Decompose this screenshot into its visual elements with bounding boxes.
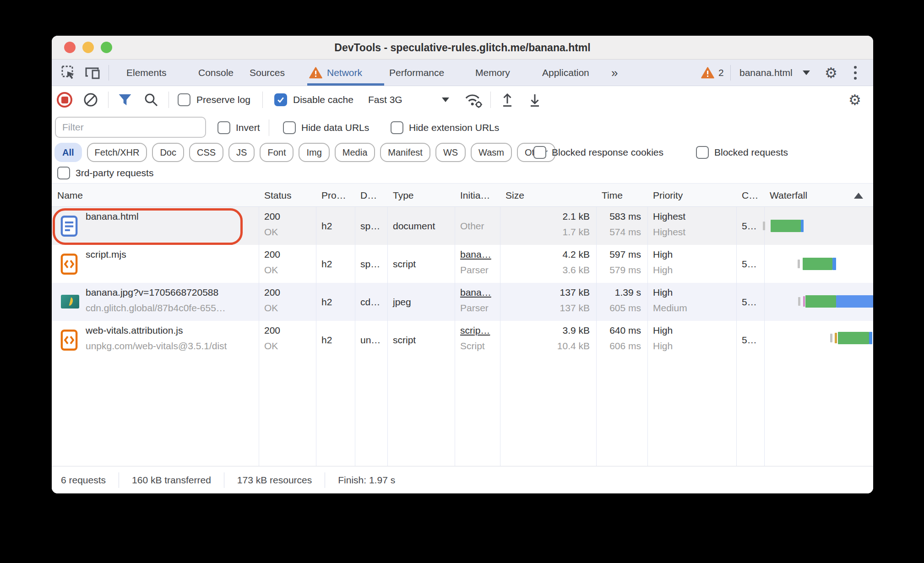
- sort-ascending-icon: [854, 193, 863, 199]
- initiator-link[interactable]: scrip…: [460, 325, 490, 336]
- column-header-protocol[interactable]: Pro…: [316, 184, 355, 207]
- tab-performance[interactable]: Performance: [389, 60, 444, 86]
- waterfall-tick: [835, 333, 837, 343]
- size-cell: 2.1 kB 1.7 kB: [500, 207, 596, 245]
- filter-row: Invert Hide data URLs Hide extension URL…: [52, 114, 873, 142]
- resource-type-filter-row: All Fetch/XHR Doc CSS JS Font Img Media …: [52, 142, 873, 162]
- clear-icon: [83, 92, 98, 108]
- column-header-connection[interactable]: C…: [736, 184, 764, 207]
- tab-memory[interactable]: Memory: [475, 60, 510, 86]
- chip-font[interactable]: Font: [260, 143, 294, 162]
- upload-icon: [500, 92, 515, 108]
- banana-image: [66, 297, 74, 307]
- page-context-selector[interactable]: banana.html: [739, 60, 810, 86]
- initiator-link[interactable]: bana…: [460, 287, 491, 298]
- script-icon: [59, 329, 79, 352]
- export-har-button[interactable]: [527, 86, 543, 114]
- domain-cell: sp…: [355, 207, 387, 245]
- network-conditions-button[interactable]: [463, 86, 484, 114]
- column-header-type[interactable]: Type: [387, 184, 455, 207]
- annotation-highlight: [53, 208, 243, 245]
- devtools-tab-bar: Elements Console Sources Network Perform…: [52, 60, 873, 86]
- checkbox-unchecked-icon: [178, 93, 190, 106]
- third-party-requests-checkbox[interactable]: 3rd-party requests: [57, 162, 153, 183]
- checkbox-unchecked-icon: [57, 167, 70, 179]
- status-code: 200: [264, 325, 280, 336]
- window-title: DevTools - speculative-rules.glitch.me/b…: [52, 36, 873, 60]
- invert-checkbox[interactable]: Invert: [217, 114, 260, 142]
- network-settings-button[interactable]: ⚙: [848, 86, 861, 114]
- name-cell: web-vitals.attribution.js unpkg.com/web-…: [52, 321, 259, 359]
- more-tabs-button[interactable]: »: [611, 60, 618, 86]
- column-header-time[interactable]: Time: [596, 184, 647, 207]
- devtools-menu-button[interactable]: [854, 60, 857, 86]
- tab-sources[interactable]: Sources: [250, 60, 285, 86]
- status-text: OK: [264, 341, 278, 352]
- waterfall-tick: [798, 260, 800, 268]
- blocked-response-cookies-checkbox[interactable]: Blocked response cookies: [533, 142, 663, 162]
- inspect-element-icon[interactable]: [61, 60, 76, 86]
- chip-fetch-xhr[interactable]: Fetch/XHR: [87, 143, 147, 162]
- issues-warning-badge[interactable]: 2: [701, 60, 724, 86]
- disable-cache-checkbox[interactable]: Disable cache: [274, 86, 353, 114]
- chip-wasm[interactable]: Wasm: [471, 143, 512, 162]
- import-har-button[interactable]: [500, 86, 515, 114]
- chip-doc[interactable]: Doc: [152, 143, 184, 162]
- chip-js[interactable]: JS: [228, 143, 255, 162]
- hide-data-urls-checkbox[interactable]: Hide data URLs: [283, 114, 369, 142]
- initiator-link[interactable]: bana…: [460, 249, 491, 260]
- chip-media[interactable]: Media: [335, 143, 375, 162]
- warning-count: 2: [718, 67, 724, 78]
- search-button[interactable]: [143, 86, 159, 114]
- column-header-priority[interactable]: Priority: [647, 184, 736, 207]
- checkbox-unchecked-icon: [533, 146, 546, 159]
- chip-ws[interactable]: WS: [435, 143, 466, 162]
- tab-network[interactable]: Network: [309, 60, 362, 86]
- table-row[interactable]: web-vitals.attribution.js unpkg.com/web-…: [52, 321, 873, 359]
- tab-console[interactable]: Console: [198, 60, 234, 86]
- tab-application[interactable]: Application: [542, 60, 589, 86]
- checkbox-unchecked-icon: [283, 121, 296, 134]
- column-header-domain[interactable]: D…: [355, 184, 387, 207]
- time-cell: 1.39 s 605 ms: [596, 283, 647, 321]
- blocked-requests-checkbox[interactable]: Blocked requests: [696, 142, 788, 162]
- device-toolbar-icon[interactable]: [85, 60, 101, 86]
- record-network-log-button[interactable]: [57, 86, 72, 114]
- table-header-row: Name Status Pro… D… Type Initia… Size Ti…: [52, 183, 873, 207]
- divider: [269, 119, 269, 136]
- chip-manifest[interactable]: Manifest: [380, 143, 430, 162]
- table-row[interactable]: banana.jpg?v=1705668720588 cdn.glitch.gl…: [52, 283, 873, 321]
- third-party-filter-row: 3rd-party requests: [52, 162, 873, 183]
- settings-gear-button[interactable]: ⚙: [825, 60, 837, 86]
- column-header-status[interactable]: Status: [259, 184, 316, 207]
- domain-cell: un…: [355, 321, 387, 359]
- chip-css[interactable]: CSS: [189, 143, 223, 162]
- connection-cell: 5…: [736, 207, 764, 245]
- column-header-size[interactable]: Size: [500, 184, 596, 207]
- column-header-initiator[interactable]: Initia…: [455, 184, 500, 207]
- waterfall-bar-green: [838, 332, 869, 344]
- active-tab-indicator: [307, 83, 384, 86]
- filter-input[interactable]: [55, 117, 206, 138]
- connection-cell: 5…: [736, 283, 764, 321]
- throttling-select-caret[interactable]: [442, 86, 449, 114]
- throttling-select[interactable]: Fast 3G: [368, 86, 402, 114]
- filter-toggle-button[interactable]: [118, 86, 132, 114]
- hide-extension-urls-checkbox[interactable]: Hide extension URLs: [391, 114, 499, 142]
- chip-all[interactable]: All: [54, 143, 82, 162]
- waterfall-bar-green: [803, 258, 832, 270]
- tab-elements[interactable]: Elements: [126, 60, 167, 86]
- requests-count: 6 requests: [52, 475, 119, 486]
- devtools-window: DevTools - speculative-rules.glitch.me/b…: [52, 36, 873, 493]
- gear-icon: ⚙: [848, 93, 861, 107]
- clear-network-log-button[interactable]: [83, 86, 98, 114]
- chip-img[interactable]: Img: [299, 143, 329, 162]
- table-row[interactable]: script.mjs 200 OK h2 sp… script bana… Pa…: [52, 245, 873, 283]
- protocol-cell: h2: [316, 321, 355, 359]
- column-header-name[interactable]: Name: [52, 184, 259, 207]
- preserve-log-checkbox[interactable]: Preserve log: [178, 86, 250, 114]
- title-bar: DevTools - speculative-rules.glitch.me/b…: [52, 36, 873, 60]
- status-text: OK: [264, 303, 278, 314]
- type-cell: jpeg: [387, 283, 455, 321]
- warning-icon: [309, 67, 322, 79]
